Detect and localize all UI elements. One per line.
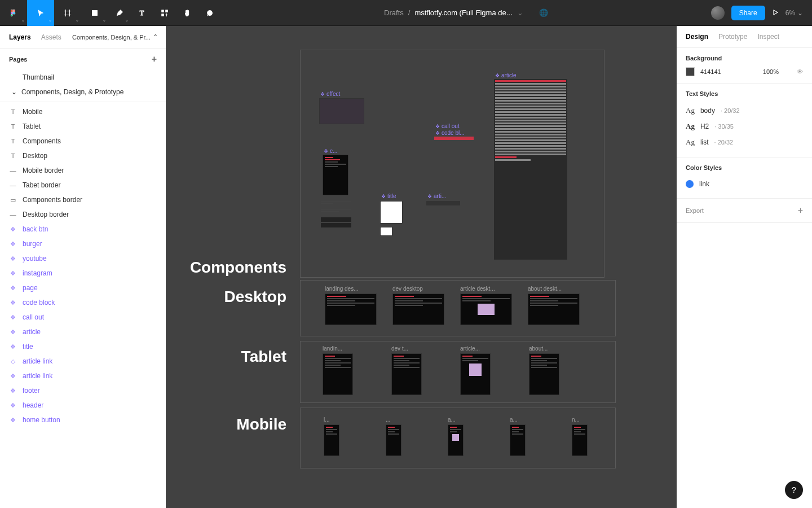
move-tool-button[interactable]: ⌄ [27, 0, 54, 26]
layer-item[interactable]: ❖title [0, 339, 166, 354]
page-item[interactable]: Thumbnail [0, 70, 166, 85]
share-button[interactable]: Share [731, 6, 765, 20]
layer-item[interactable]: TMobile [0, 104, 166, 119]
layer-item[interactable]: ❖youtube [0, 251, 166, 266]
text-tool-button[interactable]: T [131, 0, 153, 26]
layer-item[interactable]: TTablet [0, 119, 166, 134]
present-button[interactable] [772, 9, 779, 17]
layer-item[interactable]: ❖call out [0, 310, 166, 325]
tablet-frame-thumb[interactable] [391, 353, 422, 395]
frame-label[interactable]: about deskt... [528, 286, 579, 292]
layer-item[interactable]: ❖home button [0, 413, 166, 427]
comp-label-callout[interactable]: call out [435, 123, 460, 129]
layer-item[interactable]: ❖burger [0, 237, 166, 251]
globe-icon[interactable]: 🌐 [539, 8, 548, 17]
layer-name: title [23, 343, 33, 351]
layer-item[interactable]: ◇article link [0, 354, 166, 369]
background-row[interactable]: 414141 100% 👁 [686, 67, 803, 76]
breadcrumb[interactable]: Drafts / mstflotfy.com (Full Figma de...… [221, 8, 711, 17]
frame-label[interactable]: n... [572, 417, 589, 423]
frame-label[interactable]: dev t... [391, 345, 425, 352]
page-item-current[interactable]: Components, Design, & Prototype [0, 85, 166, 99]
frame-label[interactable]: l... [324, 417, 341, 423]
frame-label[interactable]: article deskt... [460, 286, 511, 292]
tab-prototype[interactable]: Prototype [718, 33, 747, 41]
zoom-control[interactable]: 6% ⌄ [785, 9, 803, 17]
frame-label[interactable]: a... [448, 417, 465, 423]
text-style-row[interactable]: AgH2 · 30/35 [686, 119, 803, 134]
chevron-down-icon[interactable]: ⌄ [517, 8, 523, 17]
resources-button[interactable] [153, 0, 176, 26]
tablet-frame-thumb[interactable] [460, 353, 491, 395]
comp-title-thumb[interactable] [380, 201, 403, 224]
frame-label[interactable]: about... [529, 345, 563, 352]
comp-article-thumb[interactable] [494, 79, 567, 260]
frame-label[interactable]: landing des... [325, 286, 376, 292]
layer-item[interactable]: ❖instagram [0, 266, 166, 281]
comp-effect-thumb[interactable] [319, 98, 364, 124]
pen-tool-button[interactable]: ⌄ [108, 0, 131, 26]
desktop-frame-thumb[interactable] [528, 294, 580, 325]
layer-item[interactable]: ❖code block [0, 295, 166, 310]
layer-item[interactable]: ❖back btn [0, 222, 166, 237]
canvas[interactable]: Components Desktop Tablet Mobile effect … [166, 26, 677, 508]
tablet-frame-thumb[interactable] [529, 353, 559, 395]
layer-item[interactable]: ❖page [0, 281, 166, 295]
avatar[interactable] [711, 6, 725, 20]
comp-label-arti[interactable]: arti... [427, 193, 446, 199]
mobile-frame-thumb[interactable] [572, 424, 588, 456]
mobile-frame-thumb[interactable] [448, 424, 464, 456]
layer-item[interactable]: ❖article link [0, 369, 166, 383]
add-page-icon[interactable]: + [152, 54, 157, 64]
text-style-row[interactable]: Aglist · 20/32 [686, 134, 803, 150]
comp-label-article[interactable]: article [495, 72, 517, 78]
comment-tool-button[interactable] [198, 0, 221, 26]
text-style-row[interactable]: Agbody · 20/32 [686, 103, 803, 119]
layer-item[interactable]: —Desktop border [0, 207, 166, 222]
layer-item[interactable]: ❖footer [0, 383, 166, 398]
layer-item[interactable]: —Tabet border [0, 178, 166, 192]
tab-inspect[interactable]: Inspect [757, 33, 779, 41]
help-button[interactable]: ? [785, 481, 803, 499]
comp-misc-group[interactable] [319, 200, 353, 251]
page-selector[interactable]: Components, Design, & Pr...⌃ [72, 33, 157, 41]
layer-item[interactable]: TComponents [0, 134, 166, 148]
color-style-row[interactable]: link [686, 177, 803, 191]
layer-item[interactable]: ❖header [0, 398, 166, 413]
frame-label[interactable]: dev desktop [392, 286, 443, 292]
desktop-frame-thumb[interactable] [392, 294, 444, 325]
comp-title-thumb-2[interactable] [380, 227, 392, 236]
comp-label-codeblock[interactable]: code bl... [435, 130, 465, 136]
frame-label[interactable]: article... [460, 345, 494, 352]
layer-item[interactable]: ❖article [0, 325, 166, 339]
comp-label-effect[interactable]: effect [320, 91, 340, 97]
comp-arti-thumb[interactable] [426, 201, 460, 205]
desktop-frame-thumb[interactable] [460, 294, 512, 325]
tab-design[interactable]: Design [686, 33, 708, 41]
add-export-icon[interactable]: + [798, 205, 803, 216]
background-swatch[interactable] [686, 67, 695, 76]
tab-assets[interactable]: Assets [41, 33, 61, 41]
comp-label-title[interactable]: title [381, 193, 396, 199]
eye-icon[interactable]: 👁 [797, 68, 803, 75]
mobile-frame-thumb[interactable] [510, 424, 526, 456]
mobile-frame-thumb[interactable] [386, 424, 401, 456]
comp-c-thumb[interactable] [323, 155, 348, 195]
tab-layers[interactable]: Layers [9, 33, 31, 41]
mobile-frame-thumb[interactable] [324, 424, 339, 456]
component-icon: ❖ [9, 284, 17, 292]
frame-label[interactable]: ... [386, 417, 403, 423]
layer-item[interactable]: TDesktop [0, 148, 166, 163]
frame-label[interactable]: a... [510, 417, 527, 423]
frame-label[interactable]: landin... [323, 345, 356, 352]
layer-item[interactable]: ▭Components border [0, 192, 166, 207]
comp-codeblock-thumb[interactable] [434, 137, 474, 140]
hand-tool-button[interactable] [176, 0, 198, 26]
shape-tool-button[interactable]: ⌄ [81, 0, 108, 26]
layer-item[interactable]: —Mobile border [0, 163, 166, 178]
main-menu-button[interactable]: ⌄ [0, 0, 27, 26]
comp-label-c[interactable]: c... [324, 148, 337, 154]
tablet-frame-thumb[interactable] [323, 353, 353, 395]
frame-tool-button[interactable]: ⌄ [54, 0, 81, 26]
desktop-frame-thumb[interactable] [325, 294, 377, 325]
